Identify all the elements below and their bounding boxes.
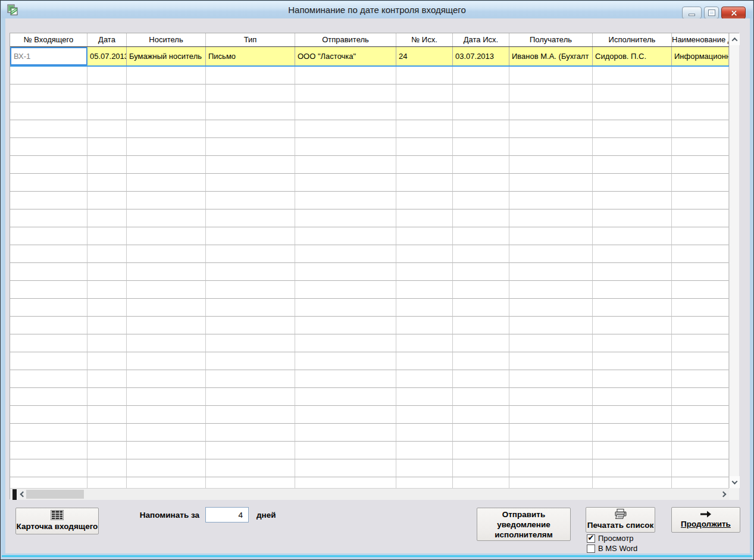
grid-cell[interactable] bbox=[672, 317, 729, 334]
title-bar[interactable]: Напоминание по дате контроля входящего bbox=[1, 1, 753, 18]
grid-cell[interactable] bbox=[509, 281, 593, 299]
grid-cell[interactable] bbox=[295, 442, 396, 459]
grid-cell[interactable] bbox=[396, 442, 453, 459]
grid-cell[interactable] bbox=[206, 459, 295, 477]
grid-cell[interactable] bbox=[593, 370, 672, 388]
grid-cell[interactable] bbox=[453, 442, 509, 459]
empty-row[interactable] bbox=[10, 156, 729, 174]
grid-cell[interactable] bbox=[10, 370, 87, 388]
grid-cell[interactable] bbox=[396, 227, 453, 245]
grid-cell[interactable] bbox=[396, 85, 453, 102]
empty-row[interactable] bbox=[10, 245, 729, 263]
grid-cell[interactable]: Бумажный носитель bbox=[127, 47, 206, 65]
empty-row[interactable] bbox=[10, 334, 729, 352]
grid-cell[interactable] bbox=[295, 102, 396, 120]
grid-cell[interactable] bbox=[453, 174, 509, 192]
grid-cell[interactable] bbox=[396, 281, 453, 299]
grid-cell[interactable] bbox=[672, 245, 729, 263]
grid-cell[interactable] bbox=[593, 424, 672, 442]
grid-cell[interactable] bbox=[593, 245, 672, 263]
grid-cell[interactable] bbox=[10, 424, 87, 442]
grid-cell[interactable] bbox=[509, 317, 593, 334]
grid-cell[interactable] bbox=[509, 138, 593, 156]
grid-cell[interactable] bbox=[87, 174, 127, 192]
grid-cell[interactable]: ООО "Ласточка" bbox=[295, 47, 396, 65]
grid-cell[interactable] bbox=[453, 227, 509, 245]
grid-cell[interactable] bbox=[87, 120, 127, 138]
grid-cell[interactable] bbox=[509, 174, 593, 192]
grid-cell[interactable] bbox=[593, 317, 672, 334]
grid-cell[interactable] bbox=[206, 388, 295, 406]
grid-cell[interactable] bbox=[295, 120, 396, 138]
grid-cell[interactable] bbox=[593, 227, 672, 245]
grid-cell[interactable] bbox=[453, 299, 509, 317]
grid-cell[interactable] bbox=[453, 406, 509, 424]
empty-row[interactable] bbox=[10, 263, 729, 281]
grid-cell[interactable] bbox=[509, 245, 593, 263]
grid-cell[interactable] bbox=[87, 477, 127, 488]
grid-cell[interactable] bbox=[396, 317, 453, 334]
grid-cell[interactable] bbox=[295, 406, 396, 424]
grid-cell[interactable] bbox=[396, 67, 453, 85]
grid-cell[interactable] bbox=[396, 120, 453, 138]
grid-cell[interactable] bbox=[672, 334, 729, 352]
grid-cell[interactable] bbox=[672, 406, 729, 424]
empty-row[interactable] bbox=[10, 299, 729, 317]
grid-cell[interactable] bbox=[87, 67, 127, 85]
grid-cell[interactable] bbox=[206, 334, 295, 352]
horizontal-scrollbar[interactable] bbox=[10, 488, 729, 500]
column-header[interactable]: Носитель bbox=[127, 33, 206, 46]
grid-cell[interactable] bbox=[509, 352, 593, 370]
grid-cell[interactable] bbox=[127, 317, 206, 334]
grid-cell[interactable]: Сидоров. П.С. bbox=[593, 47, 672, 65]
grid-cell[interactable] bbox=[10, 334, 87, 352]
grid-cell[interactable] bbox=[10, 388, 87, 406]
grid-cell[interactable] bbox=[127, 477, 206, 488]
grid-cell[interactable] bbox=[593, 174, 672, 192]
grid-cell[interactable] bbox=[295, 459, 396, 477]
grid-cell[interactable] bbox=[87, 352, 127, 370]
preview-checkbox[interactable] bbox=[587, 534, 595, 543]
continue-button[interactable]: Продолжить bbox=[671, 507, 740, 533]
grid-cell[interactable] bbox=[295, 424, 396, 442]
grid-cell[interactable]: Информационно bbox=[672, 47, 729, 65]
scroll-down-button[interactable] bbox=[730, 476, 740, 488]
column-header[interactable]: № Входящего bbox=[10, 33, 87, 46]
grid-cell[interactable] bbox=[127, 102, 206, 120]
grid-cell[interactable] bbox=[396, 459, 453, 477]
grid-cell[interactable] bbox=[127, 174, 206, 192]
grid-cell[interactable] bbox=[87, 317, 127, 334]
grid-cell[interactable] bbox=[396, 245, 453, 263]
grid-cell[interactable] bbox=[127, 334, 206, 352]
grid-cell[interactable] bbox=[396, 138, 453, 156]
grid-cell[interactable] bbox=[127, 263, 206, 281]
grid-cell[interactable] bbox=[396, 406, 453, 424]
column-header[interactable]: Получатель bbox=[509, 33, 593, 46]
grid-cell[interactable] bbox=[453, 459, 509, 477]
grid-cell[interactable] bbox=[396, 424, 453, 442]
grid-cell[interactable] bbox=[593, 352, 672, 370]
grid-cell[interactable] bbox=[453, 317, 509, 334]
grid-cell[interactable] bbox=[127, 192, 206, 209]
grid-cell[interactable] bbox=[10, 245, 87, 263]
grid-cell[interactable] bbox=[87, 388, 127, 406]
msword-checkbox[interactable] bbox=[587, 545, 595, 553]
grid-cell[interactable] bbox=[206, 138, 295, 156]
grid-cell[interactable]: 05.07.2013 bbox=[87, 47, 127, 65]
grid-cell[interactable] bbox=[10, 227, 87, 245]
grid-cell[interactable] bbox=[453, 85, 509, 102]
empty-row[interactable] bbox=[10, 477, 729, 488]
column-header[interactable]: Отправитель bbox=[295, 33, 396, 46]
grid-cell[interactable] bbox=[672, 156, 729, 174]
grid-cell[interactable] bbox=[87, 156, 127, 174]
grid-cell[interactable] bbox=[509, 424, 593, 442]
grid-cell[interactable] bbox=[206, 85, 295, 102]
grid-cell[interactable] bbox=[87, 138, 127, 156]
grid-cell[interactable] bbox=[87, 442, 127, 459]
empty-row[interactable] bbox=[10, 442, 729, 459]
grid-cell[interactable] bbox=[87, 281, 127, 299]
grid-cell[interactable] bbox=[453, 370, 509, 388]
grid-cell[interactable] bbox=[87, 263, 127, 281]
grid-cell[interactable] bbox=[295, 227, 396, 245]
remind-days-input[interactable] bbox=[205, 507, 249, 523]
